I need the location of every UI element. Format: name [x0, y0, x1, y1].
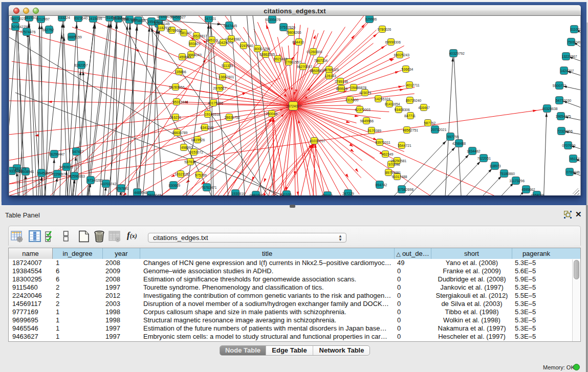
svg-text:597755: 597755 [447, 135, 459, 139]
svg-text:830669: 830669 [168, 184, 180, 187]
svg-text:48562751: 48562751 [403, 128, 418, 132]
svg-text:55456527: 55456527 [170, 16, 186, 19]
svg-text:4658099: 4658099 [531, 193, 545, 196]
svg-text:6212997: 6212997 [36, 17, 50, 21]
svg-text:95113717: 95113717 [570, 157, 580, 161]
svg-text:126143: 126143 [324, 74, 336, 78]
svg-text:19654275: 19654275 [555, 115, 571, 118]
svg-text:4485948: 4485948 [134, 191, 148, 194]
svg-text:2247540: 2247540 [239, 44, 253, 48]
svg-text:9150615: 9150615 [59, 165, 73, 169]
svg-text:14255324: 14255324 [375, 97, 390, 101]
svg-text:587762: 587762 [424, 121, 436, 125]
svg-text:13221567: 13221567 [561, 55, 577, 58]
svg-text:96270287: 96270287 [297, 65, 312, 69]
svg-text:82596663: 82596663 [70, 174, 85, 178]
svg-text:58073021: 58073021 [10, 17, 26, 20]
svg-text:87582698: 87582698 [398, 188, 413, 191]
svg-text:6522817: 6522817 [193, 34, 207, 38]
svg-text:5500772: 5500772 [553, 84, 567, 87]
svg-text:033224: 033224 [58, 16, 70, 19]
svg-text:462349: 462349 [382, 152, 394, 156]
svg-text:10321152: 10321152 [175, 172, 190, 176]
svg-text:537639: 537639 [184, 160, 196, 164]
svg-text:5847445: 5847445 [224, 24, 237, 28]
svg-text:69990306: 69990306 [385, 40, 401, 44]
svg-text:547427: 547427 [72, 150, 84, 154]
svg-text:09486878: 09486878 [351, 86, 366, 90]
svg-text:79808265: 79808265 [286, 31, 301, 34]
svg-text:834410: 834410 [292, 40, 304, 44]
svg-text:1834482: 1834482 [467, 149, 481, 153]
svg-text:511335: 511335 [222, 64, 233, 68]
svg-text:20732021: 20732021 [431, 128, 446, 132]
svg-text:0760046: 0760046 [567, 170, 580, 174]
svg-text:216231: 216231 [170, 116, 182, 119]
svg-text:54732030: 54732030 [556, 99, 571, 102]
svg-text:536634: 536634 [402, 68, 413, 71]
svg-text:76763471: 76763471 [201, 186, 216, 189]
svg-text:9849966: 9849966 [360, 119, 374, 123]
svg-text:18508941: 18508941 [18, 170, 34, 173]
svg-text:693407: 693407 [189, 42, 201, 46]
svg-text:247229: 247229 [342, 192, 354, 195]
svg-text:498992: 498992 [181, 146, 193, 149]
svg-text:00328638: 00328638 [542, 107, 557, 111]
svg-text:7229697: 7229697 [52, 172, 66, 176]
svg-text:970096: 970096 [388, 163, 400, 166]
svg-text:89739240: 89739240 [406, 99, 421, 102]
svg-text:9151072: 9151072 [190, 150, 204, 154]
svg-text:4797891: 4797891 [115, 187, 129, 190]
svg-text:97340260: 97340260 [88, 179, 103, 182]
svg-text:27661557: 27661557 [286, 60, 301, 64]
svg-text:01260300: 01260300 [307, 50, 322, 54]
svg-text:60395476: 60395476 [265, 18, 280, 21]
svg-text:899926: 899926 [336, 87, 348, 91]
svg-text:19146518: 19146518 [205, 113, 220, 116]
svg-text:250048: 250048 [266, 112, 278, 116]
svg-text:09765223: 09765223 [323, 68, 339, 72]
svg-text:86636789: 86636789 [172, 131, 187, 135]
svg-text:52064279: 52064279 [12, 25, 27, 29]
svg-text:682752: 682752 [42, 28, 54, 32]
svg-text:7789136: 7789136 [335, 80, 349, 83]
svg-text:40329792: 40329792 [449, 52, 465, 55]
svg-text:694742: 694742 [376, 183, 387, 187]
svg-text:13687601: 13687601 [219, 75, 234, 79]
svg-text:7381247: 7381247 [178, 31, 192, 35]
svg-text:341105: 341105 [280, 193, 292, 196]
svg-text:80429072: 80429072 [217, 41, 233, 45]
svg-text:8282357: 8282357 [74, 63, 88, 67]
svg-text:7622051: 7622051 [477, 157, 491, 160]
svg-text:62370003: 62370003 [355, 108, 371, 112]
svg-text:72323096: 72323096 [557, 129, 573, 133]
svg-text:29290581: 29290581 [391, 159, 406, 163]
svg-text:00641682: 00641682 [226, 37, 241, 41]
svg-text:59452669: 59452669 [37, 171, 53, 175]
svg-text:66025243: 66025243 [394, 53, 409, 57]
svg-text:135866: 135866 [175, 70, 186, 74]
svg-text:80010256: 80010256 [255, 47, 270, 51]
svg-text:85313444: 85313444 [172, 100, 188, 104]
svg-text:5544721: 5544721 [398, 144, 411, 147]
svg-text:03862535: 03862535 [259, 53, 275, 56]
svg-text:66299447: 66299447 [49, 152, 64, 156]
svg-text:75180860: 75180860 [499, 172, 515, 176]
svg-text:0991692: 0991692 [250, 193, 264, 196]
svg-text:75067496: 75067496 [567, 40, 580, 44]
svg-text:52548145: 52548145 [154, 22, 169, 26]
svg-text:91017488: 91017488 [391, 175, 407, 179]
svg-text:81033707: 81033707 [310, 139, 325, 143]
svg-text:7315900: 7315900 [345, 98, 359, 102]
svg-text:31173296: 31173296 [509, 179, 525, 183]
svg-text:8853553: 8853553 [310, 69, 323, 73]
svg-text:345116: 345116 [206, 38, 217, 42]
svg-text:28631752: 28631752 [225, 116, 240, 119]
svg-text:975289: 975289 [195, 173, 207, 177]
svg-text:247201: 247201 [205, 17, 216, 20]
svg-text:623075: 623075 [360, 91, 372, 95]
svg-text:2415499: 2415499 [89, 17, 102, 20]
svg-text:8885159: 8885159 [68, 35, 82, 39]
svg-text:4012711: 4012711 [406, 83, 420, 87]
svg-text:6341241: 6341241 [201, 126, 214, 129]
